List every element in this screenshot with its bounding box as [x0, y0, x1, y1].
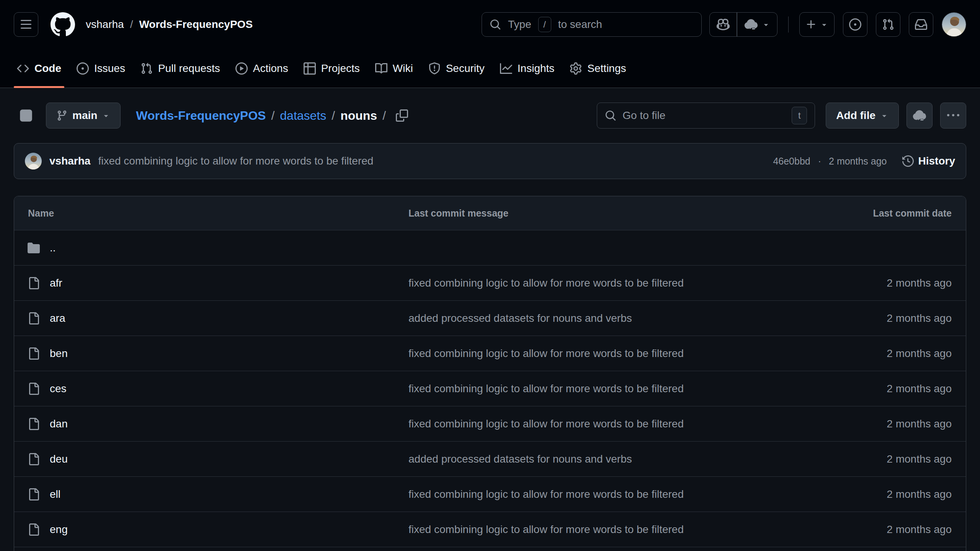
file-row[interactable]: ces fixed combining logic to allow for m… — [14, 371, 966, 406]
file-name-link[interactable]: ben — [50, 347, 68, 360]
file-row[interactable]: eng fixed combining logic to allow for m… — [14, 512, 966, 547]
file-commit-message-link[interactable]: added processed datasets for nouns and v… — [408, 312, 801, 324]
file-commit-date: 2 months ago — [801, 347, 966, 360]
breadcrumb-owner-link[interactable]: vsharha — [86, 18, 124, 31]
agent-cloud-icon — [744, 18, 758, 31]
go-to-file-input[interactable]: Go to file t — [597, 103, 815, 129]
breadcrumb-repo-link[interactable]: Words-FrequencyPOS — [139, 18, 253, 31]
file-name-link[interactable]: ell — [50, 488, 60, 500]
file-browser-toolbar: main Words-FrequencyPOS / datasets / nou… — [14, 103, 966, 129]
file-commit-date: 2 months ago — [801, 488, 966, 500]
chevron-down-icon — [102, 111, 110, 120]
tab-projects[interactable]: Projects — [297, 49, 367, 88]
commit-author-link[interactable]: vsharha — [49, 155, 90, 167]
copy-path-button[interactable] — [391, 105, 413, 126]
tab-label: Code — [34, 62, 61, 75]
file-commit-date: 2 months ago — [801, 277, 966, 289]
tab-actions[interactable]: Actions — [229, 49, 295, 88]
path-current-folder: nouns — [340, 109, 377, 123]
file-name-link[interactable]: dan — [50, 418, 68, 430]
tab-security[interactable]: Security — [421, 49, 492, 88]
create-new-button[interactable] — [799, 12, 835, 37]
file-table: Name Last commit message Last commit dat… — [14, 196, 966, 551]
commit-message-link[interactable]: fixed combining logic to allow for more … — [98, 155, 765, 167]
tab-issues[interactable]: Issues — [70, 49, 132, 88]
t-key-hint: t — [792, 107, 807, 124]
more-options-button[interactable] — [940, 103, 966, 129]
notifications-inbox-button[interactable] — [909, 12, 933, 37]
file-row[interactable]: deu added processed datasets for nouns a… — [14, 441, 966, 476]
file-commit-message-link[interactable]: fixed combining logic to allow for more … — [408, 277, 801, 289]
tab-pull-requests[interactable]: Pull requests — [134, 49, 227, 88]
avatar-image — [25, 153, 42, 170]
file-commit-date: 2 months ago — [801, 418, 966, 430]
commit-meta-dot: · — [818, 156, 821, 167]
file-commit-message-link[interactable]: fixed combining logic to allow for more … — [408, 418, 801, 430]
tab-code[interactable]: Code — [10, 49, 68, 88]
tab-wiki[interactable]: Wiki — [368, 49, 420, 88]
file-row[interactable]: ell fixed combining logic to allow for m… — [14, 476, 966, 512]
history-clock-icon — [902, 155, 914, 167]
path-separator: / — [332, 109, 335, 123]
tab-label: Security — [446, 62, 485, 75]
file-name-link[interactable]: deu — [50, 453, 68, 465]
file-row[interactable]: ara added processed datasets for nouns a… — [14, 300, 966, 336]
file-icon — [28, 277, 40, 289]
tab-label: Insights — [518, 62, 555, 75]
path-breadcrumb: Words-FrequencyPOS / datasets / nouns / — [136, 109, 386, 123]
copilot-agents-dropdown[interactable] — [737, 13, 777, 36]
file-commit-message-link[interactable]: added processed datasets for nouns and v… — [408, 453, 801, 465]
commit-author-avatar[interactable] — [25, 153, 42, 170]
file-icon — [28, 523, 40, 536]
header-separator — [788, 16, 789, 33]
file-commit-message-link[interactable]: fixed combining logic to allow for more … — [408, 488, 801, 500]
app-header: vsharha / Words-FrequencyPOS Type / to s… — [0, 0, 980, 49]
code-icon — [17, 62, 29, 75]
file-row[interactable]: dan fixed combining logic to allow for m… — [14, 406, 966, 441]
file-name-link[interactable]: eng — [50, 523, 68, 536]
user-avatar[interactable] — [942, 12, 966, 37]
history-label: History — [918, 155, 955, 167]
file-commit-date: 2 months ago — [801, 383, 966, 395]
tab-label: Settings — [587, 62, 626, 75]
file-row[interactable]: ben fixed combining logic to allow for m… — [14, 336, 966, 371]
tab-insights[interactable]: Insights — [493, 49, 562, 88]
copilot-agent-button[interactable] — [906, 103, 933, 129]
file-icon — [28, 453, 40, 465]
chevron-down-icon — [820, 20, 828, 29]
github-mark-icon — [51, 12, 75, 37]
graph-icon — [500, 62, 512, 75]
column-header-name: Name — [14, 208, 408, 219]
tab-label: Actions — [253, 62, 288, 75]
copilot-button-group — [709, 12, 777, 37]
github-logo[interactable] — [51, 12, 75, 37]
file-row[interactable]: afr fixed combining logic to allow for m… — [14, 265, 966, 300]
parent-directory-row[interactable]: .. — [14, 230, 966, 265]
issues-button[interactable] — [843, 12, 867, 37]
parent-directory-link[interactable]: .. — [50, 242, 56, 254]
tab-settings[interactable]: Settings — [563, 49, 633, 88]
tab-label: Wiki — [393, 62, 413, 75]
path-separator: / — [382, 109, 386, 123]
expand-file-tree-button[interactable] — [14, 103, 38, 128]
file-name-link[interactable]: afr — [50, 277, 62, 289]
history-link[interactable]: History — [902, 155, 955, 167]
file-commit-message-link[interactable]: fixed combining logic to allow for more … — [408, 523, 801, 536]
file-commit-message-link[interactable]: fixed combining logic to allow for more … — [408, 383, 801, 395]
global-search-input[interactable]: Type / to search — [482, 12, 702, 37]
copilot-button[interactable] — [710, 13, 737, 36]
tab-label: Projects — [321, 62, 360, 75]
hamburger-menu-button[interactable] — [14, 12, 38, 37]
file-name-link[interactable]: ces — [50, 383, 67, 395]
path-dir-link[interactable]: datasets — [280, 109, 326, 123]
sidebar-expand-icon — [19, 109, 33, 122]
commit-sha[interactable]: 46e0bbd — [773, 156, 810, 167]
branch-selector-button[interactable]: main — [46, 103, 121, 129]
tab-label: Issues — [94, 62, 125, 75]
path-repo-link[interactable]: Words-FrequencyPOS — [136, 109, 266, 123]
file-name-link[interactable]: ara — [50, 312, 65, 324]
search-placeholder-prefix: Type — [508, 18, 531, 31]
file-commit-message-link[interactable]: fixed combining logic to allow for more … — [408, 347, 801, 360]
pull-requests-button[interactable] — [876, 12, 900, 37]
add-file-button[interactable]: Add file — [826, 103, 899, 129]
